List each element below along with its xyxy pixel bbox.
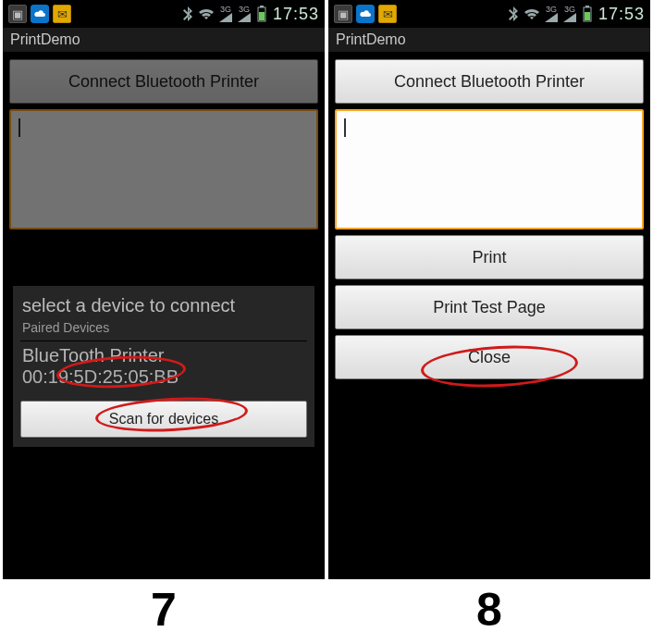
cloud-icon [356, 5, 375, 23]
device-item[interactable]: BlueTooth Printer 00:19:5D:25:05:BB [20, 341, 307, 395]
dialog-title: select a device to connect [20, 291, 307, 320]
text-input[interactable] [335, 109, 644, 229]
gallery-icon: ▣ [334, 5, 352, 23]
mail-icon: ✉ [53, 5, 71, 23]
close-button[interactable]: Close [335, 335, 644, 379]
scan-devices-button[interactable]: Scan for devices [20, 401, 307, 438]
clock: 17:53 [598, 5, 645, 24]
device-dialog: select a device to connect Paired Device… [12, 285, 315, 448]
figure-label-8: 8 [328, 579, 650, 637]
text-cursor [344, 118, 346, 137]
screen-7: ▣ ✉ 3G 3G [3, 0, 325, 579]
mail-icon: ✉ [378, 5, 397, 23]
print-test-page-button[interactable]: Print Test Page [335, 285, 644, 329]
app-title: PrintDemo [328, 28, 650, 54]
gallery-icon: ▣ [8, 5, 27, 23]
svg-rect-1 [260, 6, 264, 7]
signal-1-icon: 3G [219, 6, 232, 22]
device-name: BlueTooth Printer [22, 345, 305, 366]
figure-label-7: 7 [3, 579, 325, 637]
signal-2-icon: 3G [238, 6, 251, 22]
app-title: PrintDemo [3, 28, 325, 54]
svg-rect-2 [259, 12, 265, 20]
bluetooth-icon [182, 6, 193, 21]
bluetooth-icon [508, 6, 519, 21]
print-button[interactable]: Print [335, 235, 644, 279]
device-mac: 00:19:5D:25:05:BB [22, 366, 305, 388]
battery-icon [256, 6, 267, 22]
status-bar: ▣ ✉ 3G 3G [3, 0, 325, 28]
connect-printer-button[interactable]: Connect Bluetooth Printer [335, 59, 644, 104]
cloud-icon [31, 5, 49, 23]
wifi-icon [524, 8, 539, 19]
clock: 17:53 [273, 5, 319, 24]
svg-rect-5 [585, 12, 590, 20]
screen-8: ▣ ✉ 3G 3G [328, 0, 650, 579]
wifi-icon [199, 8, 214, 19]
signal-1-icon: 3G [545, 6, 558, 22]
status-bar: ▣ ✉ 3G 3G [328, 0, 650, 28]
svg-rect-4 [585, 6, 589, 7]
signal-2-icon: 3G [563, 6, 576, 22]
dialog-subtitle: Paired Devices [20, 320, 307, 341]
battery-icon [582, 6, 593, 22]
